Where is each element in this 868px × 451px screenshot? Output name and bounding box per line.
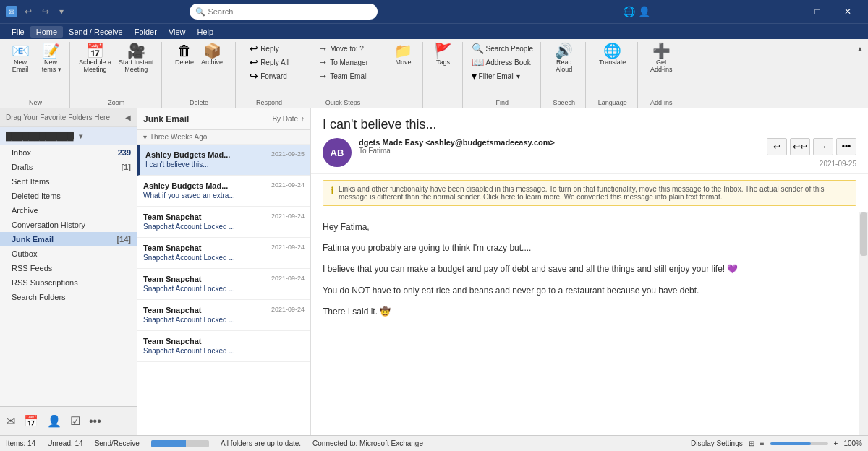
email-item-5[interactable]: 2021-09-24 Team Snapchat Snapchat Accoun… (137, 300, 310, 331)
quick-access-dropdown[interactable]: ▾ (56, 5, 67, 18)
more-nav-button[interactable]: ••• (89, 415, 101, 428)
to-manager-button[interactable]: → To Manager (315, 56, 371, 69)
email-item-4[interactable]: 2021-09-24 Team Snapchat Snapchat Accoun… (137, 269, 310, 300)
address-book-button[interactable]: 📖 Address Book (469, 56, 537, 69)
delete-button[interactable]: 🗑 Delete (172, 42, 197, 67)
minimize-button[interactable]: ─ (773, 0, 801, 23)
email-item-0[interactable]: 2021-09-25 Ashley Budgets Mad... I can't… (137, 145, 310, 176)
email-item-2[interactable]: 2021-09-24 Team Snapchat Snapchat Accoun… (137, 207, 310, 238)
menu-help[interactable]: Help (192, 26, 220, 38)
people-nav-button[interactable]: 👤 (47, 414, 61, 428)
tags-button[interactable]: 🚩 Tags (429, 42, 458, 67)
move-button[interactable]: 📁 Move (389, 42, 418, 67)
menu-file[interactable]: File (6, 26, 30, 38)
new-items-button[interactable]: 📝 NewItems ▾ (36, 42, 65, 74)
ribbon-items-new: 📧 NewEmail 📝 NewItems ▾ (6, 42, 65, 108)
menu-view[interactable]: View (163, 26, 192, 38)
reply-button[interactable]: ↩ Reply (247, 42, 292, 55)
email-item-1[interactable]: 2021-09-24 Ashley Budgets Mad... What if… (137, 176, 310, 207)
sidebar-item-junk[interactable]: Junk Email [14] (0, 232, 137, 246)
reply-action-button[interactable]: ↩ (767, 138, 787, 155)
email-subject-6: Snapchat Account Locked ... (143, 347, 305, 355)
schedule-meeting-button[interactable]: 📅 Schedule aMeeting (76, 42, 114, 74)
email-avatar: AB (323, 138, 352, 167)
move-to-label: Move to: ? (330, 45, 364, 53)
sidebar-item-inbox[interactable]: Inbox 239 (0, 145, 137, 160)
menu-send-receive[interactable]: Send / Receive (63, 26, 129, 38)
language-group-label: Language (598, 99, 627, 106)
zoom-slider[interactable] (770, 442, 828, 445)
close-button[interactable]: ✕ (833, 0, 862, 23)
scroll-thumb[interactable] (860, 212, 867, 256)
section-collapse-icon[interactable]: ▾ (143, 133, 147, 141)
sidebar-item-conversation[interactable]: Conversation History (0, 218, 137, 232)
maximize-button[interactable]: □ (803, 0, 832, 23)
email-warning-banner[interactable]: ℹ Links and other functionality have bee… (323, 180, 856, 206)
mail-nav-button[interactable]: ✉ (6, 414, 15, 428)
move-label: Move (396, 59, 412, 66)
reply-all-action-button[interactable]: ↩↩ (790, 138, 810, 155)
email-list-sort[interactable]: By Date ↑ (272, 115, 305, 123)
ribbon-collapse-button[interactable]: ▲ (854, 42, 867, 108)
archive-button[interactable]: 📦 Archive (198, 42, 226, 67)
sidebar-item-sent[interactable]: Sent Items (0, 174, 137, 189)
calendar-nav-button[interactable]: 📅 (24, 414, 38, 428)
ribbon-items-tags: 🚩 Tags (429, 42, 458, 108)
conversation-label: Conversation History (12, 220, 85, 229)
tags-label: Tags (436, 59, 450, 66)
globe-icon: 🌐 (623, 6, 635, 17)
move-icon: 📁 (394, 43, 412, 58)
menu-home[interactable]: Home (30, 26, 63, 38)
search-input[interactable] (208, 7, 372, 16)
email-item-6[interactable]: Team Snapchat Snapchat Account Locked ..… (137, 331, 310, 362)
ribbon-group-delete: 🗑 Delete 📦 Archive Delete (163, 42, 236, 108)
start-instant-meeting-button[interactable]: 🎥 Start InstantMeeting (116, 42, 157, 74)
email-item-3[interactable]: 2021-09-24 Team Snapchat Snapchat Accoun… (137, 238, 310, 269)
search-people-button[interactable]: 🔍 Search People (469, 42, 537, 55)
inbox-label: Inbox (12, 148, 31, 157)
sidebar-collapse-icon[interactable]: ◀ (125, 113, 131, 121)
redo-button[interactable]: ↪ (39, 5, 52, 18)
sidebar-item-rss-feeds[interactable]: RSS Feeds (0, 261, 137, 275)
forward-button[interactable]: ↪ Forward (247, 69, 292, 82)
menu-folder[interactable]: Folder (129, 26, 163, 38)
email-subject-3: Snapchat Account Locked ... (143, 254, 305, 262)
drag-hint-text: Drag Your Favorite Folders Here (6, 113, 110, 121)
body-para-1: Fatima you probably are going to think I… (323, 241, 856, 255)
main-content: Drag Your Favorite Folders Here ◀ ██████… (0, 108, 868, 435)
zoom-plus-button[interactable]: + (834, 439, 838, 447)
read-aloud-label: ReadAloud (556, 59, 572, 73)
sidebar-item-outbox[interactable]: Outbox (0, 246, 137, 261)
new-group-label: New (29, 99, 42, 106)
ribbon-items-delete: 🗑 Delete 📦 Archive (172, 42, 226, 108)
view-icon-1[interactable]: ⊞ (749, 439, 754, 447)
schedule-meeting-label: Schedule aMeeting (79, 59, 111, 73)
sidebar-item-deleted[interactable]: Deleted Items (0, 189, 137, 203)
junk-count: [14] (116, 235, 131, 244)
sidebar-item-archive[interactable]: Archive (0, 203, 137, 218)
unread-count: Unread: 14 (47, 439, 82, 447)
sidebar-item-search-folders[interactable]: Search Folders (0, 290, 137, 304)
sidebar-item-drafts[interactable]: Drafts [1] (0, 160, 137, 174)
ribbon-group-speech: 🔊 ReadAloud Speech (542, 42, 586, 108)
team-email-button[interactable]: → Team Email (315, 69, 371, 82)
ribbon-items-quicksteps: → Move to: ? → To Manager → Team Email (315, 42, 371, 108)
sidebar-item-rss-subscriptions[interactable]: RSS Subscriptions (0, 275, 137, 290)
translate-button[interactable]: 🌐 Translate (596, 42, 629, 67)
filter-email-button[interactable]: ▾ Filter Email ▾ (469, 69, 537, 82)
display-settings-button[interactable]: Display Settings (691, 439, 743, 447)
move-to-button[interactable]: → Move to: ? (315, 42, 371, 55)
reply-all-button[interactable]: ↩ Reply All (247, 56, 292, 69)
address-book-label: Address Book (486, 59, 531, 66)
reading-pane-scrollbar[interactable] (859, 212, 868, 435)
forward-action-button[interactable]: → (813, 138, 833, 155)
new-email-icon: 📧 (12, 43, 30, 58)
read-aloud-button[interactable]: 🔊 ReadAloud (550, 42, 579, 74)
get-addins-button[interactable]: ➕ GetAdd-ins (647, 42, 676, 74)
more-action-button[interactable]: ••• (836, 138, 856, 155)
new-email-button[interactable]: 📧 NewEmail (6, 42, 35, 74)
tasks-nav-button[interactable]: ☑ (70, 414, 80, 428)
undo-button[interactable]: ↩ (22, 5, 35, 18)
search-bar[interactable]: 🔍 (190, 4, 378, 20)
view-icon-2[interactable]: ≡ (760, 439, 765, 447)
